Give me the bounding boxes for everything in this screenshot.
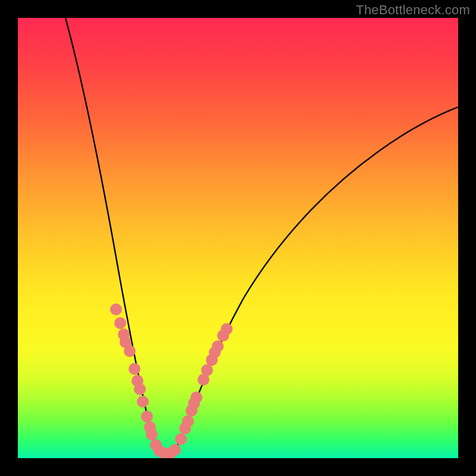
curve-svg [18, 18, 458, 458]
marker-dot [175, 433, 187, 445]
chart-canvas: TheBottleneck.com [0, 0, 476, 476]
marker-dot [124, 345, 136, 357]
marker-dot [212, 340, 224, 352]
watermark-text: TheBottleneck.com [356, 2, 470, 18]
frame-bottom [0, 458, 476, 476]
plot-area [18, 18, 458, 458]
marker-dot [134, 383, 146, 395]
marker-dot [169, 444, 181, 456]
marker-dot [221, 323, 233, 335]
bottleneck-curve [65, 18, 458, 453]
marker-dot [201, 364, 213, 376]
marker-dot [190, 392, 202, 403]
marker-dot [129, 363, 140, 375]
frame-right [458, 0, 476, 476]
marker-dot [141, 411, 153, 422]
marker-dot [182, 415, 194, 427]
marker-dot [110, 303, 122, 315]
frame-left [0, 0, 18, 476]
marker-dot [114, 317, 126, 329]
marker-dot [137, 396, 149, 408]
marker-dot [146, 428, 158, 440]
curve-path-group [65, 18, 458, 453]
